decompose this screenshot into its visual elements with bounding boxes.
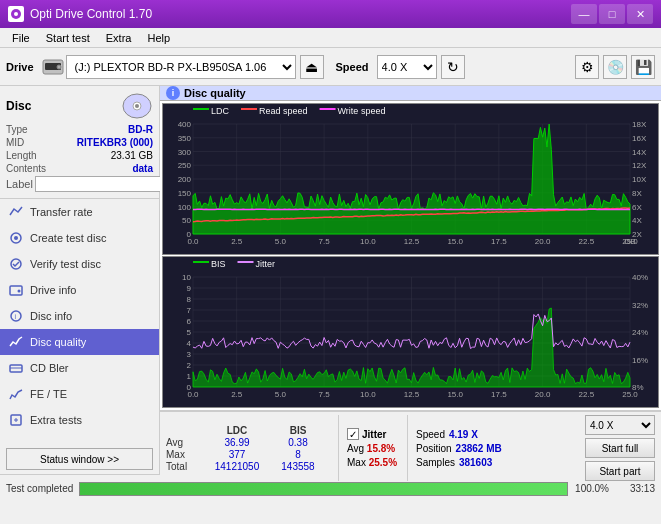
stat-bis-total: 143558 — [268, 461, 328, 472]
titlebar-title: Opti Drive Control 1.70 — [30, 7, 152, 21]
speed-label: Speed — [336, 61, 369, 73]
length-label: Length — [6, 150, 37, 161]
stat-header-empty — [166, 425, 206, 436]
create-test-disc-icon — [8, 230, 24, 246]
nav-label-disc-info: Disc info — [30, 310, 72, 322]
samples-val: 381603 — [459, 457, 492, 468]
stats-bar: LDC BIS Avg 36.99 0.38 Max 377 8 Total 1… — [160, 410, 661, 484]
start-part-button[interactable]: Start part — [585, 461, 655, 481]
contents-value: data — [132, 163, 153, 174]
speed-key: Speed — [416, 429, 445, 440]
svg-point-4 — [57, 65, 61, 69]
stat-bis-max: 8 — [268, 449, 328, 460]
drive-info-icon — [8, 282, 24, 298]
app-icon — [8, 6, 24, 22]
nav-label-extra-tests: Extra tests — [30, 414, 82, 426]
sidebar-item-fe-te[interactable]: FE / TE — [0, 381, 159, 407]
svg-text:i: i — [15, 313, 17, 320]
top-chart — [162, 103, 659, 255]
nav-label-cd-bler: CD Bler — [30, 362, 69, 374]
eject-button[interactable]: ⏏ — [300, 55, 324, 79]
jitter-checkbox[interactable]: ✓ — [347, 428, 359, 440]
nav-label-verify-test-disc: Verify test disc — [30, 258, 101, 270]
refresh-button[interactable]: ↻ — [441, 55, 465, 79]
nav-items: Transfer rate Create test disc Verify te… — [0, 199, 159, 444]
menu-extra[interactable]: Extra — [98, 30, 140, 46]
titlebar-left: Opti Drive Control 1.70 — [8, 6, 152, 22]
jitter-avg: 15.8% — [367, 443, 395, 454]
sidebar-item-verify-test-disc[interactable]: Verify test disc — [0, 251, 159, 277]
progress-label: Test completed — [6, 483, 73, 494]
stat-col-ldc: LDC — [207, 425, 267, 436]
stat-ldc-max: 377 — [207, 449, 267, 460]
progress-bar — [79, 482, 568, 496]
nav-label-create-test-disc: Create test disc — [30, 232, 106, 244]
drive-icon — [42, 56, 64, 78]
toolbar: Drive (J:) PLEXTOR BD-R PX-LB950SA 1.06 … — [0, 48, 661, 86]
length-value: 23.31 GB — [111, 150, 153, 161]
drive-select[interactable]: (J:) PLEXTOR BD-R PX-LB950SA 1.06 — [66, 55, 296, 79]
content-area: i Disc quality LDC BI — [160, 86, 661, 474]
stat-ldc-total: 14121050 — [207, 461, 267, 472]
disc-panel-title: Disc — [6, 99, 31, 113]
disc-quality-icon — [8, 334, 24, 350]
samples-key: Samples — [416, 457, 455, 468]
cd-bler-icon — [8, 360, 24, 376]
save-button[interactable]: 💾 — [631, 55, 655, 79]
label-input[interactable] — [35, 176, 164, 192]
nav-label-disc-quality: Disc quality — [30, 336, 86, 348]
sidebar-item-transfer-rate[interactable]: Transfer rate — [0, 199, 159, 225]
minimize-button[interactable]: — — [571, 4, 597, 24]
close-button[interactable]: ✕ — [627, 4, 653, 24]
titlebar-controls: — □ ✕ — [571, 4, 653, 24]
type-label: Type — [6, 124, 28, 135]
content-title: Disc quality — [184, 87, 246, 99]
content-header: i Disc quality — [160, 86, 661, 101]
contents-label: Contents — [6, 163, 46, 174]
top-chart-canvas — [163, 104, 658, 254]
sidebar-item-drive-info[interactable]: Drive info — [0, 277, 159, 303]
menu-help[interactable]: Help — [139, 30, 178, 46]
speed-select-stats[interactable]: 4.0 X — [585, 415, 655, 435]
disc-panel-icon — [121, 92, 153, 120]
extra-tests-icon — [8, 412, 24, 428]
position-key: Position — [416, 443, 452, 454]
sidebar-item-extra-tests[interactable]: Extra tests — [0, 407, 159, 433]
svg-point-1 — [14, 12, 18, 16]
nav-label-drive-info: Drive info — [30, 284, 76, 296]
menu-file[interactable]: File — [4, 30, 38, 46]
sidebar-item-create-test-disc[interactable]: Create test disc — [0, 225, 159, 251]
mid-label: MID — [6, 137, 24, 148]
content-icon: i — [166, 86, 180, 100]
stat-row-total: Total — [166, 461, 206, 472]
jitter-max: 25.5% — [369, 457, 397, 468]
sidebar-item-disc-quality[interactable]: Disc quality — [0, 329, 159, 355]
main-layout: Disc Type BD-R MID RITEKBR3 (000) Length… — [0, 86, 661, 474]
transfer-rate-icon — [8, 204, 24, 220]
svg-point-7 — [135, 104, 139, 108]
progress-percent: 100.0% — [574, 483, 609, 494]
disc-panel: Disc Type BD-R MID RITEKBR3 (000) Length… — [0, 86, 159, 199]
maximize-button[interactable]: □ — [599, 4, 625, 24]
status-window-button[interactable]: Status window >> — [6, 448, 153, 470]
disc-button[interactable]: 💿 — [603, 55, 627, 79]
start-full-button[interactable]: Start full — [585, 438, 655, 458]
sidebar-item-cd-bler[interactable]: CD Bler — [0, 355, 159, 381]
titlebar: Opti Drive Control 1.70 — □ ✕ — [0, 0, 661, 28]
type-value: BD-R — [128, 124, 153, 135]
disc-info-icon: i — [8, 308, 24, 324]
speed-val: 4.19 X — [449, 429, 478, 440]
stat-ldc-avg: 36.99 — [207, 437, 267, 448]
mid-value: RITEKBR3 (000) — [77, 137, 153, 148]
sidebar-item-disc-info[interactable]: i Disc info — [0, 303, 159, 329]
svg-point-9 — [14, 236, 18, 240]
fe-te-icon — [8, 386, 24, 402]
menubar: File Start test Extra Help — [0, 28, 661, 48]
svg-point-12 — [18, 290, 21, 293]
speed-select[interactable]: 4.0 X — [377, 55, 437, 79]
stat-row-avg: Avg — [166, 437, 206, 448]
menu-start-test[interactable]: Start test — [38, 30, 98, 46]
jitter-label: Jitter — [362, 429, 386, 440]
settings-button[interactable]: ⚙ — [575, 55, 599, 79]
bottom-chart-canvas — [163, 257, 658, 407]
